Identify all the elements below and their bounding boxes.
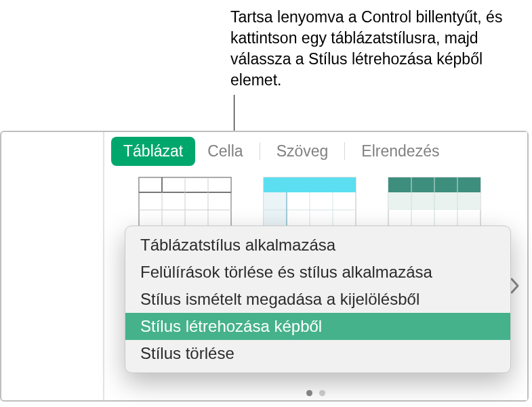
pager-dot-1[interactable] <box>306 390 312 396</box>
tab-text[interactable]: Szöveg <box>264 137 341 166</box>
format-inspector: Táblázat Cella Szöveg Elrendezés <box>103 132 527 400</box>
styles-next-page[interactable] <box>510 277 520 299</box>
callout-text: Tartsa lenyomva a Control billentyűt, és… <box>230 7 522 91</box>
tab-separator <box>344 142 345 160</box>
svg-rect-10 <box>264 177 356 192</box>
inspector-tabbar: Táblázat Cella Szöveg Elrendezés <box>104 132 527 170</box>
chevron-right-icon <box>510 277 520 295</box>
tab-separator <box>260 142 260 160</box>
table-style-context-menu: Táblázatstílus alkalmazása Felülírások t… <box>125 226 511 373</box>
menu-delete-style[interactable]: Stílus törlése <box>125 340 510 367</box>
tab-cell[interactable]: Cella <box>195 137 255 166</box>
menu-redefine-from-selection[interactable]: Stílus ismételt megadása a kijelölésből <box>125 286 510 313</box>
menu-apply-style[interactable]: Táblázatstílus alkalmazása <box>125 232 510 259</box>
styles-pager <box>104 390 527 396</box>
menu-clear-overrides-apply[interactable]: Felülírások törlése és stílus alkalmazás… <box>125 259 510 286</box>
tab-layout[interactable]: Elrendezés <box>349 137 451 166</box>
tab-table[interactable]: Táblázat <box>111 137 195 166</box>
menu-create-style-from-image[interactable]: Stílus létrehozása képből <box>125 313 510 340</box>
inspector-panel-frame: Táblázat Cella Szöveg Elrendezés <box>0 131 529 402</box>
pager-dot-2[interactable] <box>319 390 325 396</box>
